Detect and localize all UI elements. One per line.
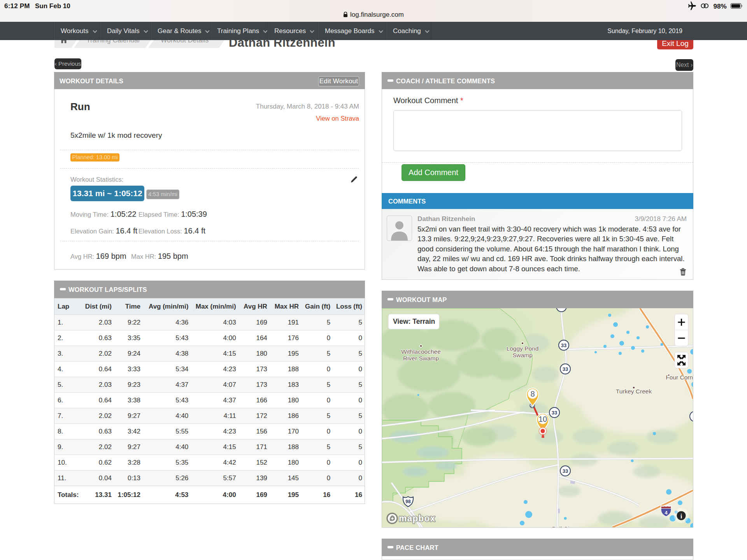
svg-text:i: i <box>680 513 682 520</box>
svg-text:Bell City: Bell City <box>552 525 574 527</box>
svg-text:mapbox: mapbox <box>399 513 435 523</box>
svg-text:Loggy Pond: Loggy Pond <box>507 345 539 352</box>
svg-text:33: 33 <box>561 342 566 348</box>
svg-text:River Swamp: River Swamp <box>403 355 439 362</box>
svg-text:Swamp: Swamp <box>512 352 533 358</box>
svg-text:10: 10 <box>538 415 547 423</box>
svg-text:8: 8 <box>530 390 535 398</box>
svg-text:View: Terrain: View: Terrain <box>393 318 435 325</box>
svg-text:4: 4 <box>665 510 668 516</box>
svg-text:33: 33 <box>552 410 557 416</box>
svg-text:98: 98 <box>405 499 411 504</box>
svg-text:33: 33 <box>563 366 568 372</box>
svg-text:Withlacoochee: Withlacoochee <box>401 348 441 355</box>
svg-text:33: 33 <box>563 468 568 474</box>
